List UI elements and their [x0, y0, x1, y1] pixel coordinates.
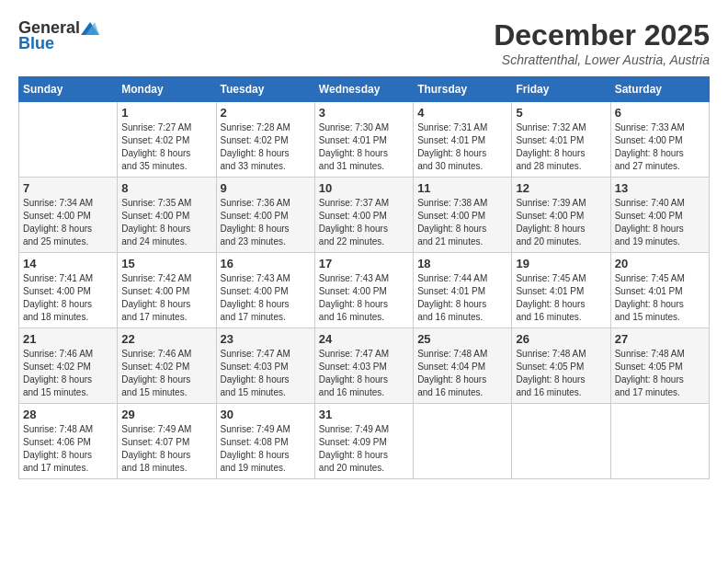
- day-number: 21: [23, 332, 113, 346]
- day-info: Sunrise: 7:48 AM Sunset: 4:04 PM Dayligh…: [417, 348, 507, 399]
- day-number: 31: [319, 408, 409, 421]
- day-number: 19: [516, 257, 606, 270]
- day-number: 20: [615, 257, 705, 270]
- calendar-cell: 25Sunrise: 7:48 AM Sunset: 4:04 PM Dayli…: [414, 328, 512, 404]
- calendar-cell: 27Sunrise: 7:48 AM Sunset: 4:05 PM Dayli…: [610, 328, 709, 404]
- day-number: 29: [121, 408, 211, 421]
- day-info: Sunrise: 7:45 AM Sunset: 4:01 PM Dayligh…: [516, 272, 606, 324]
- weekday-header-saturday: Saturday: [610, 77, 709, 102]
- calendar-cell: 31Sunrise: 7:49 AM Sunset: 4:09 PM Dayli…: [314, 404, 413, 479]
- calendar-cell: 7Sunrise: 7:34 AM Sunset: 4:00 PM Daylig…: [19, 178, 118, 253]
- day-info: Sunrise: 7:35 AM Sunset: 4:00 PM Dayligh…: [121, 197, 211, 248]
- day-info: Sunrise: 7:48 AM Sunset: 4:06 PM Dayligh…: [23, 423, 113, 475]
- day-number: 13: [615, 181, 705, 195]
- calendar-cell: 1Sunrise: 7:27 AM Sunset: 4:02 PM Daylig…: [118, 102, 216, 178]
- day-number: 10: [319, 181, 409, 195]
- calendar-table: SundayMondayTuesdayWednesdayThursdayFrid…: [18, 76, 710, 479]
- day-info: Sunrise: 7:34 AM Sunset: 4:00 PM Dayligh…: [23, 197, 113, 248]
- day-number: 3: [319, 106, 409, 120]
- day-info: Sunrise: 7:37 AM Sunset: 4:00 PM Dayligh…: [319, 197, 409, 248]
- calendar-cell: 30Sunrise: 7:49 AM Sunset: 4:08 PM Dayli…: [216, 404, 314, 479]
- calendar-cell: 4Sunrise: 7:31 AM Sunset: 4:01 PM Daylig…: [414, 102, 512, 178]
- calendar-cell: 10Sunrise: 7:37 AM Sunset: 4:00 PM Dayli…: [314, 178, 413, 253]
- day-number: 12: [516, 181, 606, 195]
- day-info: Sunrise: 7:33 AM Sunset: 4:00 PM Dayligh…: [615, 121, 705, 173]
- day-info: Sunrise: 7:31 AM Sunset: 4:01 PM Dayligh…: [417, 121, 507, 173]
- calendar-cell: 14Sunrise: 7:41 AM Sunset: 4:00 PM Dayli…: [19, 253, 118, 328]
- day-info: Sunrise: 7:49 AM Sunset: 4:07 PM Dayligh…: [121, 423, 211, 475]
- week-row-3: 14Sunrise: 7:41 AM Sunset: 4:00 PM Dayli…: [19, 253, 710, 328]
- day-number: 16: [221, 257, 311, 270]
- calendar-cell: [512, 404, 610, 479]
- day-info: Sunrise: 7:27 AM Sunset: 4:02 PM Dayligh…: [121, 121, 211, 173]
- calendar-cell: 9Sunrise: 7:36 AM Sunset: 4:00 PM Daylig…: [216, 178, 314, 253]
- day-number: 15: [121, 257, 211, 270]
- day-info: Sunrise: 7:49 AM Sunset: 4:09 PM Dayligh…: [319, 423, 409, 475]
- day-number: 22: [121, 332, 211, 346]
- day-number: 1: [121, 106, 211, 120]
- day-info: Sunrise: 7:46 AM Sunset: 4:02 PM Dayligh…: [23, 348, 113, 399]
- day-number: 23: [221, 332, 311, 346]
- weekday-header-wednesday: Wednesday: [314, 77, 413, 102]
- calendar-cell: 19Sunrise: 7:45 AM Sunset: 4:01 PM Dayli…: [512, 253, 610, 328]
- calendar-cell: 13Sunrise: 7:40 AM Sunset: 4:00 PM Dayli…: [610, 178, 709, 253]
- day-number: 18: [417, 257, 507, 270]
- logo-icon: [81, 22, 99, 35]
- calendar-cell: 24Sunrise: 7:47 AM Sunset: 4:03 PM Dayli…: [314, 328, 413, 404]
- day-number: 27: [615, 332, 705, 346]
- day-info: Sunrise: 7:43 AM Sunset: 4:00 PM Dayligh…: [319, 272, 409, 324]
- day-info: Sunrise: 7:43 AM Sunset: 4:00 PM Dayligh…: [221, 272, 311, 324]
- day-number: 11: [417, 181, 507, 195]
- day-number: 5: [516, 106, 606, 120]
- calendar-cell: 3Sunrise: 7:30 AM Sunset: 4:01 PM Daylig…: [314, 102, 413, 178]
- day-info: Sunrise: 7:47 AM Sunset: 4:03 PM Dayligh…: [319, 348, 409, 399]
- day-info: Sunrise: 7:28 AM Sunset: 4:02 PM Dayligh…: [221, 121, 311, 173]
- calendar-cell: 16Sunrise: 7:43 AM Sunset: 4:00 PM Dayli…: [216, 253, 314, 328]
- day-number: 26: [516, 332, 606, 346]
- day-number: 4: [417, 106, 507, 120]
- calendar-cell: 2Sunrise: 7:28 AM Sunset: 4:02 PM Daylig…: [216, 102, 314, 178]
- calendar-cell: 17Sunrise: 7:43 AM Sunset: 4:00 PM Dayli…: [314, 253, 413, 328]
- calendar-cell: [610, 404, 709, 479]
- weekday-header-row: SundayMondayTuesdayWednesdayThursdayFrid…: [19, 77, 710, 102]
- day-info: Sunrise: 7:40 AM Sunset: 4:00 PM Dayligh…: [615, 197, 705, 248]
- day-info: Sunrise: 7:42 AM Sunset: 4:00 PM Dayligh…: [121, 272, 211, 324]
- day-number: 30: [221, 408, 311, 421]
- location: Schrattenthal, Lower Austria, Austria: [494, 52, 710, 67]
- week-row-1: 1Sunrise: 7:27 AM Sunset: 4:02 PM Daylig…: [19, 102, 710, 178]
- logo: General Blue: [18, 18, 100, 53]
- weekday-header-tuesday: Tuesday: [216, 77, 314, 102]
- week-row-4: 21Sunrise: 7:46 AM Sunset: 4:02 PM Dayli…: [19, 328, 710, 404]
- day-info: Sunrise: 7:32 AM Sunset: 4:01 PM Dayligh…: [516, 121, 606, 173]
- day-info: Sunrise: 7:38 AM Sunset: 4:00 PM Dayligh…: [417, 197, 507, 248]
- day-info: Sunrise: 7:48 AM Sunset: 4:05 PM Dayligh…: [516, 348, 606, 399]
- calendar-cell: 15Sunrise: 7:42 AM Sunset: 4:00 PM Dayli…: [118, 253, 216, 328]
- day-number: 7: [23, 181, 113, 195]
- day-info: Sunrise: 7:46 AM Sunset: 4:02 PM Dayligh…: [121, 348, 211, 399]
- calendar-cell: 12Sunrise: 7:39 AM Sunset: 4:00 PM Dayli…: [512, 178, 610, 253]
- calendar-cell: 8Sunrise: 7:35 AM Sunset: 4:00 PM Daylig…: [118, 178, 216, 253]
- day-number: 14: [23, 257, 113, 270]
- day-info: Sunrise: 7:41 AM Sunset: 4:00 PM Dayligh…: [23, 272, 113, 324]
- day-info: Sunrise: 7:36 AM Sunset: 4:00 PM Dayligh…: [221, 197, 311, 248]
- day-number: 25: [417, 332, 507, 346]
- logo-blue-text: Blue: [18, 34, 54, 53]
- day-number: 8: [121, 181, 211, 195]
- day-number: 9: [221, 181, 311, 195]
- day-info: Sunrise: 7:39 AM Sunset: 4:00 PM Dayligh…: [516, 197, 606, 248]
- calendar-cell: 21Sunrise: 7:46 AM Sunset: 4:02 PM Dayli…: [19, 328, 118, 404]
- title-block: December 2025 Schrattenthal, Lower Austr…: [494, 18, 710, 67]
- month-title: December 2025: [494, 18, 710, 52]
- calendar-cell: 29Sunrise: 7:49 AM Sunset: 4:07 PM Dayli…: [118, 404, 216, 479]
- calendar-cell: 11Sunrise: 7:38 AM Sunset: 4:00 PM Dayli…: [414, 178, 512, 253]
- day-info: Sunrise: 7:49 AM Sunset: 4:08 PM Dayligh…: [221, 423, 311, 475]
- day-info: Sunrise: 7:45 AM Sunset: 4:01 PM Dayligh…: [615, 272, 705, 324]
- day-number: 28: [23, 408, 113, 421]
- weekday-header-sunday: Sunday: [19, 77, 118, 102]
- weekday-header-thursday: Thursday: [414, 77, 512, 102]
- day-info: Sunrise: 7:48 AM Sunset: 4:05 PM Dayligh…: [615, 348, 705, 399]
- day-number: 17: [319, 257, 409, 270]
- day-info: Sunrise: 7:47 AM Sunset: 4:03 PM Dayligh…: [221, 348, 311, 399]
- week-row-5: 28Sunrise: 7:48 AM Sunset: 4:06 PM Dayli…: [19, 404, 710, 479]
- calendar-cell: [414, 404, 512, 479]
